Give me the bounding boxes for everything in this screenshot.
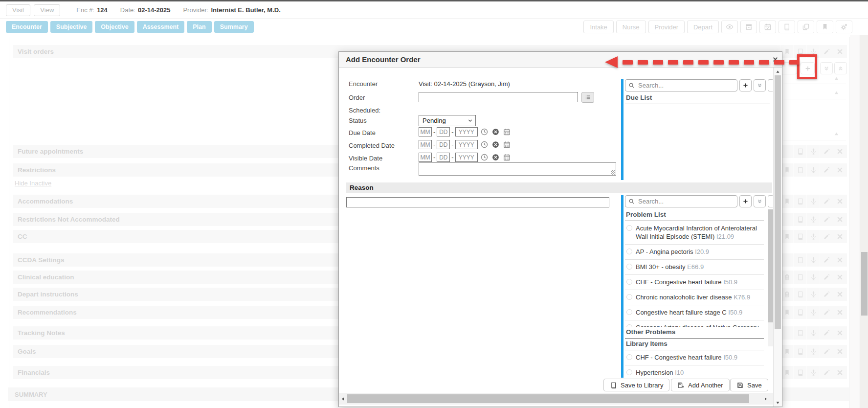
problem-item[interactable]: AP - Angina pectoris I20.9	[625, 245, 764, 260]
modal-v-scrollbar-thumb[interactable]	[775, 75, 781, 329]
comments-label: Comments	[349, 164, 379, 172]
clear-date-button[interactable]	[491, 140, 500, 149]
add-another-button[interactable]: Add Another	[671, 379, 730, 391]
nav-right-group: IntakeNurseProviderDepart	[583, 21, 852, 33]
enc-number: Enc #:124	[76, 6, 108, 14]
time-button[interactable]	[480, 153, 489, 162]
status-select[interactable]: Pending	[419, 115, 476, 126]
reason-collapse-button[interactable]	[768, 195, 773, 207]
scroll-up-button[interactable]	[774, 68, 782, 75]
clear-date-button[interactable]	[491, 128, 500, 136]
arrow-dash	[698, 60, 709, 65]
problem-item[interactable]: CHF - Congestive heart failure I50.9	[625, 275, 764, 290]
plus-icon	[742, 198, 749, 204]
gears-button[interactable]	[836, 21, 852, 33]
problem-item[interactable]: Acute Myocardial Infarction of Anterolat…	[625, 221, 764, 245]
page-scrollbar[interactable]	[860, 1, 868, 408]
visit-tab[interactable]: Visit	[6, 4, 30, 16]
tab-assessment[interactable]: Assessment	[137, 21, 185, 33]
problem-item[interactable]: Hypertension I10	[625, 365, 764, 378]
bookmark-button[interactable]	[817, 21, 833, 33]
modal-h-scrollbar[interactable]	[339, 393, 773, 405]
time-button[interactable]	[480, 128, 489, 136]
triright-icon	[763, 397, 768, 401]
clock-icon	[480, 153, 489, 161]
reason-add-button[interactable]	[739, 195, 752, 207]
book-button[interactable]	[779, 21, 795, 33]
comments-textarea[interactable]	[419, 162, 616, 176]
due-search-row	[625, 79, 773, 91]
calendar-button[interactable]	[503, 153, 512, 162]
calendar-check-button[interactable]	[759, 21, 776, 33]
problem-item[interactable]: CHF - Congestive heart failure I50.9	[625, 350, 764, 365]
order-input[interactable]	[419, 92, 578, 102]
due-add-button[interactable]	[739, 79, 752, 91]
tab-summary[interactable]: Summary	[214, 21, 254, 33]
time-button[interactable]	[480, 140, 489, 149]
problem-item[interactable]: Chronic nonalcoholic liver disease K76.9	[625, 290, 764, 305]
archive-button[interactable]	[740, 21, 757, 33]
radio-icon	[626, 294, 632, 300]
due-list-header: Due List	[625, 94, 770, 104]
icd-code: I50.9	[728, 309, 742, 316]
day-segment[interactable]: DD	[437, 127, 450, 136]
month-segment[interactable]: MM	[419, 153, 432, 162]
scroll-right-button[interactable]	[761, 393, 769, 405]
save-button[interactable]: Save	[730, 379, 768, 391]
tab-objective[interactable]: Objective	[95, 21, 134, 33]
reason-search[interactable]	[625, 195, 737, 207]
problem-item[interactable]: BMI 30+ - obesity E66.9	[625, 260, 764, 275]
intake-button[interactable]: Intake	[583, 21, 613, 33]
due-search-input[interactable]	[637, 81, 734, 90]
year-segment[interactable]: YYYY	[455, 140, 478, 149]
due-expand-button[interactable]	[754, 79, 766, 91]
radio-icon	[626, 264, 632, 270]
scroll-down-button[interactable]	[774, 399, 782, 406]
depart-button[interactable]: Depart	[687, 21, 719, 33]
order-lookup-button[interactable]	[581, 92, 594, 103]
problem-item[interactable]: Coronary Artery disease of Native Corona…	[625, 320, 764, 327]
radio-icon	[626, 225, 632, 231]
eye-button[interactable]	[721, 21, 738, 33]
reason-search-input[interactable]	[637, 197, 734, 205]
reason-input[interactable]	[346, 197, 609, 207]
month-segment[interactable]: MM	[419, 127, 432, 136]
circlex-icon	[491, 153, 500, 161]
tab-encounter[interactable]: Encounter	[6, 21, 48, 33]
page-scrollbar-thumb[interactable]	[861, 252, 868, 316]
scroll-left-button[interactable]	[339, 393, 347, 405]
icd-code: I50.9	[723, 278, 737, 286]
reason-expand-button[interactable]	[754, 195, 766, 207]
radio-icon	[626, 369, 632, 375]
problem-text: Chronic nonalcoholic liver disease	[636, 294, 734, 301]
plus-icon	[742, 82, 749, 89]
due-search[interactable]	[625, 79, 737, 91]
day-segment[interactable]: DD	[437, 153, 450, 162]
due-collapse-button[interactable]	[768, 79, 773, 91]
calendar-button[interactable]	[503, 128, 512, 136]
order-label: Order	[349, 94, 365, 101]
bookmark-icon	[821, 23, 829, 31]
save-to-library-button[interactable]: Save to Library	[603, 379, 669, 391]
calendar-button[interactable]	[503, 140, 512, 149]
provider-button[interactable]: Provider	[648, 21, 685, 33]
problem-text: CHF - Congestive heart failure	[636, 354, 723, 361]
clear-date-button[interactable]	[491, 153, 500, 162]
tab-plan[interactable]: Plan	[187, 21, 211, 33]
eye-icon	[726, 23, 734, 31]
nurse-button[interactable]: Nurse	[616, 21, 646, 33]
problem-item[interactable]: Congestive heart failure stage C I50.9	[625, 305, 764, 320]
resize-grip-icon[interactable]	[611, 170, 615, 175]
year-segment[interactable]: YYYY	[455, 127, 478, 136]
year-segment[interactable]: YYYY	[455, 153, 478, 162]
day-segment[interactable]: DD	[437, 140, 450, 149]
tab-subjective[interactable]: Subjective	[50, 21, 93, 33]
floppyplus-icon	[677, 382, 685, 389]
month-segment[interactable]: MM	[419, 140, 432, 149]
modal-h-scrollbar-thumb[interactable]	[347, 394, 749, 403]
modal-v-scrollbar[interactable]	[773, 68, 782, 407]
arrow-dash	[638, 60, 648, 65]
arrow-dash	[744, 60, 754, 65]
copy-button[interactable]	[798, 21, 814, 33]
view-tab[interactable]: View	[34, 4, 60, 16]
